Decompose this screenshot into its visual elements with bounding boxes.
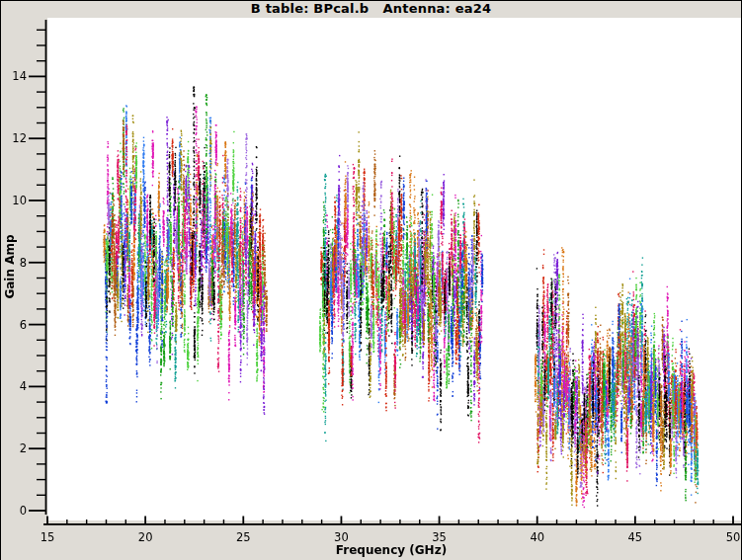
chart-canvas — [0, 0, 742, 560]
x-tick-label: 35 — [423, 530, 456, 544]
y-tick-label: 0 — [0, 504, 27, 518]
x-tick-label: 15 — [31, 530, 64, 544]
y-tick-label: 14 — [0, 69, 27, 83]
y-tick-label: 6 — [0, 318, 27, 332]
x-tick-label: 30 — [324, 530, 358, 544]
x-axis-title: Frequency (GHz) — [292, 543, 490, 557]
y-tick-label: 12 — [0, 131, 27, 145]
y-tick-label: 8 — [0, 256, 27, 270]
y-tick-label: 10 — [0, 194, 27, 207]
x-tick-label: 40 — [521, 530, 554, 544]
x-tick-label: 45 — [618, 530, 652, 544]
y-tick-label: 4 — [0, 379, 27, 393]
x-tick-label: 20 — [128, 530, 162, 544]
plot-window: B table: BPcal.b Antenna: ea24 Gain Amp … — [0, 0, 742, 560]
x-tick-label: 25 — [226, 530, 260, 544]
y-tick-label: 2 — [0, 441, 27, 455]
x-tick-label: 50 — [716, 530, 742, 544]
